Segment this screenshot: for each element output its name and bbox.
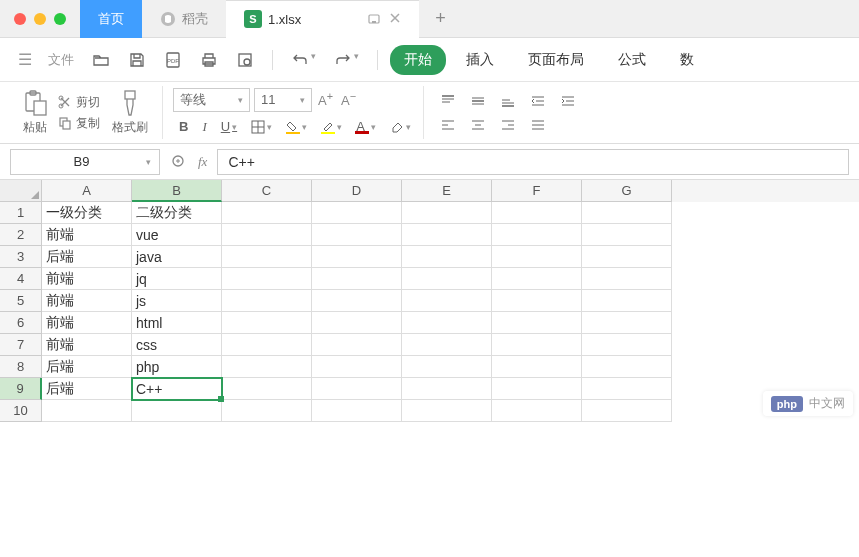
row-header[interactable]: 5 [0, 290, 42, 312]
cell[interactable] [582, 400, 672, 422]
decrease-indent-button[interactable] [524, 91, 552, 111]
format-painter-button[interactable]: 格式刷 [104, 89, 156, 136]
cell[interactable]: css [132, 334, 222, 356]
save-icon[interactable] [122, 47, 152, 73]
row-header[interactable]: 1 [0, 202, 42, 224]
close-tab-icon[interactable] [389, 12, 401, 24]
cut-button[interactable]: 剪切 [58, 94, 100, 111]
cell[interactable]: 前端 [42, 334, 132, 356]
redo-icon[interactable]: ▾ [328, 47, 365, 73]
cell[interactable] [312, 312, 402, 334]
cell[interactable]: vue [132, 224, 222, 246]
col-header-B[interactable]: B [132, 180, 222, 202]
cell[interactable]: 后端 [42, 246, 132, 268]
cell[interactable] [402, 246, 492, 268]
cell[interactable]: 后端 [42, 356, 132, 378]
cell[interactable] [222, 268, 312, 290]
menu-formula[interactable]: 公式 [604, 45, 660, 75]
cell[interactable]: 前端 [42, 224, 132, 246]
cell[interactable] [402, 378, 492, 400]
file-menu[interactable]: 文件 [42, 51, 80, 69]
decrease-font-icon[interactable]: A− [339, 88, 358, 110]
row-header[interactable]: 7 [0, 334, 42, 356]
highlight-button[interactable]: ▾ [315, 117, 348, 137]
cell[interactable] [402, 356, 492, 378]
underline-button[interactable]: U▾ [215, 116, 243, 137]
row-header[interactable]: 8 [0, 356, 42, 378]
cell[interactable] [222, 312, 312, 334]
cell[interactable]: C++ [132, 378, 222, 400]
cell[interactable] [222, 224, 312, 246]
cell[interactable] [402, 224, 492, 246]
align-left-button[interactable] [434, 115, 462, 135]
cell[interactable]: 一级分类 [42, 202, 132, 224]
italic-button[interactable]: I [196, 116, 212, 138]
increase-indent-button[interactable] [554, 91, 582, 111]
zoom-icon[interactable] [170, 153, 188, 171]
increase-font-icon[interactable]: A+ [316, 88, 335, 110]
align-middle-button[interactable] [464, 91, 492, 111]
cell-reference-input[interactable]: B9 ▾ [10, 149, 160, 175]
cell[interactable] [402, 334, 492, 356]
align-bottom-button[interactable] [494, 91, 522, 111]
cell[interactable] [222, 400, 312, 422]
cell[interactable] [222, 378, 312, 400]
cell[interactable] [492, 202, 582, 224]
cell[interactable] [222, 246, 312, 268]
tab-home[interactable]: 首页 [80, 0, 142, 38]
cell[interactable]: jq [132, 268, 222, 290]
cell[interactable] [402, 312, 492, 334]
cell[interactable] [492, 312, 582, 334]
tab-file[interactable]: S 1.xlsx [226, 0, 419, 38]
minimize-window-button[interactable] [34, 13, 46, 25]
cell[interactable] [582, 224, 672, 246]
paste-button[interactable]: 粘贴 [16, 87, 54, 138]
cell[interactable]: js [132, 290, 222, 312]
cell[interactable] [312, 290, 402, 312]
cell[interactable] [492, 378, 582, 400]
fx-label[interactable]: fx [198, 154, 207, 170]
maximize-window-button[interactable] [54, 13, 66, 25]
cell[interactable] [582, 312, 672, 334]
cell[interactable] [222, 356, 312, 378]
tab-daoke[interactable]: 稻壳 [142, 0, 226, 38]
font-color-button[interactable]: A▾ [350, 116, 382, 137]
col-header-F[interactable]: F [492, 180, 582, 202]
cell[interactable] [492, 268, 582, 290]
row-header[interactable]: 6 [0, 312, 42, 334]
cell[interactable] [492, 246, 582, 268]
cell[interactable] [492, 290, 582, 312]
cell[interactable]: 前端 [42, 290, 132, 312]
export-pdf-icon[interactable]: PDF [158, 47, 188, 73]
cell[interactable]: 前端 [42, 312, 132, 334]
cell[interactable] [132, 400, 222, 422]
font-name-select[interactable]: 等线 ▾ [173, 88, 250, 112]
align-right-button[interactable] [494, 115, 522, 135]
select-all-corner[interactable] [0, 180, 42, 202]
cell[interactable] [582, 202, 672, 224]
cell[interactable]: php [132, 356, 222, 378]
cell[interactable] [492, 334, 582, 356]
cell[interactable] [402, 268, 492, 290]
cell[interactable] [492, 400, 582, 422]
cell[interactable] [582, 268, 672, 290]
fill-color-button[interactable]: ▾ [280, 117, 313, 137]
eraser-button[interactable]: ▾ [384, 117, 417, 137]
cell[interactable] [582, 378, 672, 400]
cell[interactable]: 前端 [42, 268, 132, 290]
cell[interactable]: html [132, 312, 222, 334]
menu-start[interactable]: 开始 [390, 45, 446, 75]
menu-data[interactable]: 数 [666, 45, 708, 75]
undo-icon[interactable]: ▾ [285, 47, 322, 73]
col-header-D[interactable]: D [312, 180, 402, 202]
cell[interactable] [582, 290, 672, 312]
menu-insert[interactable]: 插入 [452, 45, 508, 75]
align-center-button[interactable] [464, 115, 492, 135]
cell[interactable] [42, 400, 132, 422]
print-icon[interactable] [194, 47, 224, 73]
align-top-button[interactable] [434, 91, 462, 111]
cell[interactable] [222, 202, 312, 224]
cell[interactable] [402, 202, 492, 224]
row-header[interactable]: 2 [0, 224, 42, 246]
bold-button[interactable]: B [173, 116, 194, 137]
